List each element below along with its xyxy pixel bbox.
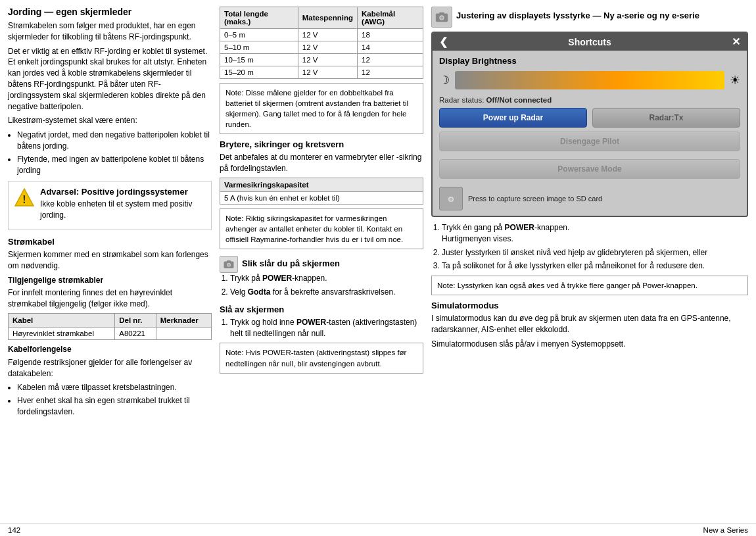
slik-steps-list: Trykk på POWER-knappen. Velg Godta for å… xyxy=(220,273,423,298)
disengage-pilot-button[interactable]: Disengage Pilot xyxy=(439,132,740,151)
bullet-item-2: Flytende, med ingen av batteripolene kob… xyxy=(17,154,212,176)
shortcuts-back-button[interactable]: ❮ xyxy=(439,36,448,48)
kabelforlengelse-list: Kabelen må være tilpasset kretsbelastnin… xyxy=(8,382,212,417)
warning-body: Ikke koble enheten til et system med pos… xyxy=(40,199,206,221)
svg-point-8 xyxy=(440,16,444,20)
sla-step-1: Trykk og hold inne POWER-tasten (aktiver… xyxy=(230,317,423,339)
cable-col3-header: Merknader xyxy=(156,313,211,327)
right-step-2: Juster lysstyrken til ønsket nivå ved hj… xyxy=(442,247,748,258)
varmesik-col1-header: Varmesikringskapasitet xyxy=(220,178,423,191)
sla-steps-list: Trykk og hold inne POWER-tasten (aktiver… xyxy=(220,317,423,339)
svg-rect-13 xyxy=(448,193,454,195)
warning-text: Advarsel: Positive jordingssystemer Ikke… xyxy=(40,187,206,224)
right-cam-icon xyxy=(431,7,452,28)
middle-column: Total lengde (maks.) Matespenning Kabelm… xyxy=(220,7,423,517)
spec-row1-col1: 0–5 m xyxy=(220,29,298,41)
radar-status-value: Off/Not connected xyxy=(486,96,552,104)
spec-col2-header: Matespenning xyxy=(298,7,357,29)
right-step-3: Ta på solikonet for å øke lysstyrken ell… xyxy=(442,260,748,272)
moon-icon: ☽ xyxy=(439,73,450,87)
right-heading-row: Justering av displayets lysstyrke — Ny a… xyxy=(431,7,748,28)
bullet-list: Negativt jordet, med den negative batter… xyxy=(8,130,212,176)
slik-step-1: Trykk på POWER-knappen. xyxy=(230,273,423,284)
table-row: Høyrevinklet strømkabel A80221 xyxy=(9,327,212,339)
simulator-heading: Simulatormodus xyxy=(431,301,748,310)
note-box-3: Note: Hvis POWER-tasten (aktiveringstast… xyxy=(220,343,423,373)
cable-row1-col2: A80221 xyxy=(115,327,156,339)
radar-tx-button[interactable]: Radar:Tx xyxy=(592,108,740,128)
powersave-mode-button[interactable]: Powersave Mode xyxy=(439,159,740,179)
shortcuts-panel: ❮ Shortcuts ✕ Display Brightness ☽ ☀ Rad… xyxy=(431,32,748,217)
spec-row4-col1: 15–20 m xyxy=(220,66,298,79)
svg-rect-9 xyxy=(439,12,444,14)
varmesik-row1: 5 A (hvis kun én enhet er koblet til) xyxy=(220,191,423,204)
para1-text: Det er viktig at en effktiv RF-jording e… xyxy=(8,46,212,112)
shortcuts-close-button[interactable]: ✕ xyxy=(732,36,740,48)
shortcuts-btn-row-3: Powersave Mode xyxy=(439,159,740,183)
slik-icon xyxy=(220,256,238,273)
note-box-2: Note: Riktig sikringskapasitet for varme… xyxy=(220,208,423,249)
slik-heading-text: Slik slår du på skjermen xyxy=(242,258,340,268)
camera-row: Press to capture screen image to SD card xyxy=(439,187,740,210)
sla-heading: Slå av skjermen xyxy=(220,305,423,314)
bullet-item-1: Negativt jordet, med den negative batter… xyxy=(17,130,212,152)
note2-text: Note: Riktig sikringskapasitet for varme… xyxy=(225,214,403,243)
right-column: Justering av displayets lysstyrke — Ny a… xyxy=(431,7,748,517)
shortcuts-btn-row-1: Power up Radar Radar:Tx xyxy=(439,108,740,128)
camera-icon-box xyxy=(439,187,463,210)
para2-text: Likestrøm-systemet skal være enten: xyxy=(8,115,212,126)
right-steps-list: Trykk én gang på POWER-knappen.Hurtigmen… xyxy=(431,222,748,272)
right-step-1: Trykk én gang på POWER-knappen.Hurtigmen… xyxy=(442,222,748,245)
simulator-para2: Simulatormodusen slås på/av i menyen Sys… xyxy=(431,339,748,350)
warning-icon: ! xyxy=(14,187,35,208)
table-row: 0–5 m 12 V 18 xyxy=(220,29,423,41)
spec-row2-col3: 14 xyxy=(358,41,423,54)
camera-label: Press to capture screen image to SD card xyxy=(468,195,602,203)
svg-point-12 xyxy=(450,198,453,201)
note-box-1: Note: Disse målene gjelder for en dobbel… xyxy=(220,83,423,134)
brytere-para: Det anbefales at du monterer en varmebry… xyxy=(220,152,423,174)
brytere-heading: Brytere, sikringer og kretsvern xyxy=(220,139,423,149)
right-main-heading: Justering av displayets lysstyrke — Ny a… xyxy=(456,11,699,20)
spec-row4-col2: 12 V xyxy=(298,66,357,79)
tilgjengelige-para: For innfelt montering finnes det en høyr… xyxy=(8,287,212,310)
cable-table-left: Kabel Del nr. Merknader Høyrevinklet str… xyxy=(8,313,212,340)
tilgjengelige-heading: Tilgjengelige strømkabler xyxy=(8,275,212,286)
cable-row1-col3 xyxy=(156,327,211,339)
shortcuts-header: ❮ Shortcuts ✕ xyxy=(433,33,747,51)
spec-row2-col1: 5–10 m xyxy=(220,41,298,54)
shortcuts-btn-row-2: Disengage Pilot xyxy=(439,132,740,155)
shortcuts-body: Display Brightness ☽ ☀ Radar status: Off… xyxy=(433,51,747,216)
brightness-slider[interactable] xyxy=(455,71,724,89)
right-note-box: Note: Lysstyrken kan også økes ved å try… xyxy=(431,276,748,295)
spec-row3-col1: 10–15 m xyxy=(220,54,298,66)
slik-section: Slik slår du på skjermen Trykk på POWER-… xyxy=(220,256,423,298)
footer-page-number: 142 xyxy=(8,526,20,534)
svg-text:!: ! xyxy=(22,194,26,205)
power-up-radar-button[interactable]: Power up Radar xyxy=(439,108,587,128)
warning-box: ! Advarsel: Positive jordingssystemer Ik… xyxy=(8,181,212,230)
spec-row1-col3: 18 xyxy=(358,29,423,41)
table-row: 5 A (hvis kun én enhet er koblet til) xyxy=(220,191,423,204)
table-row: 5–10 m 12 V 14 xyxy=(220,41,423,54)
kabelforlengelse-para: Følgende restriksjoner gjelder for alle … xyxy=(8,357,212,379)
page-footer: 142 New a Series xyxy=(0,524,756,536)
spec-row1-col2: 12 V xyxy=(298,29,357,41)
svg-point-4 xyxy=(227,264,230,266)
varmesik-table: Varmesikringskapasitet 5 A (hvis kun én … xyxy=(220,178,423,205)
kabel-bullet-1: Kabelen må være tilpasset kretsbelastnin… xyxy=(17,382,212,393)
footer-series-label: New a Series xyxy=(703,526,748,534)
spec-row2-col2: 12 V xyxy=(298,41,357,54)
kabelforlengelse-heading: Kabelforlengelse xyxy=(8,344,212,355)
cable-col1-header: Kabel xyxy=(9,313,115,327)
note1-text: Note: Disse målene gjelder for en dobbel… xyxy=(225,89,408,128)
slik-heading-row: Slik slår du på skjermen xyxy=(220,256,423,273)
slik-step-2: Velg Godta for å bekrefte ansvarsfraskri… xyxy=(230,287,423,298)
simulator-para1: I simulatormodus kan du øve deg på bruk … xyxy=(431,313,748,335)
stromkabel-para: Skjermen kommer med en strømkabel som ka… xyxy=(8,249,212,272)
sun-icon: ☀ xyxy=(730,73,740,87)
spec-row4-col3: 12 xyxy=(358,66,423,79)
spec-row3-col2: 12 V xyxy=(298,54,357,66)
main-heading-left: Jording — egen skjermleder xyxy=(8,7,212,17)
left-column: Jording — egen skjermleder Strømkabelen … xyxy=(8,7,212,517)
